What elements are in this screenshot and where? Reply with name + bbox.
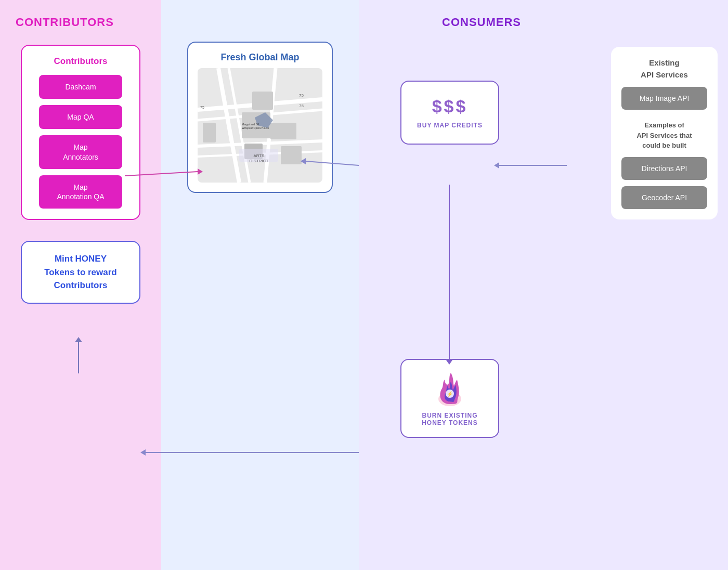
svg-rect-12 (270, 123, 296, 139)
arrow-up-head (75, 337, 82, 342)
fresh-map-title: Fresh Global Map (220, 52, 299, 63)
burn-tokens-box: ⚡ BURN EXISTINGHONEY TOKENS (400, 359, 499, 438)
consumers-title: CONSUMERS (442, 16, 521, 29)
api-services-box: ExistingAPI Services Map Image API Examp… (611, 47, 718, 219)
map-annotators-button[interactable]: MapAnnotators (39, 135, 122, 169)
contributors-title: CONTRIBUTORS (16, 16, 114, 29)
svg-text:⚡: ⚡ (447, 391, 453, 397)
map-thumbnail: ARTS DISTRICT Margot and Bill Winspear O… (198, 68, 322, 183)
flame-icon: ⚡ (434, 370, 465, 407)
svg-text:75: 75 (299, 93, 304, 98)
buy-credits-label: BUY MAP CREDITS (417, 122, 483, 129)
dollar-signs: $$$ (432, 96, 468, 116)
svg-rect-10 (252, 92, 273, 110)
map-qa-button[interactable]: Map QA (39, 105, 122, 129)
svg-text:Margot and Bill: Margot and Bill (242, 123, 259, 126)
mint-box: Mint HONEYTokens to rewardContributors (21, 241, 140, 304)
directions-api-btn[interactable]: Directions API (621, 157, 707, 180)
down-arrow-line (449, 185, 450, 361)
svg-text:75: 75 (200, 106, 204, 109)
fresh-map-box: Fresh Global Map (187, 42, 333, 193)
api-examples-title: Examples ofAPI Services thatcould be bui… (636, 120, 692, 151)
contributors-box-title: Contributors (54, 56, 108, 67)
mint-text: Mint HONEYTokens to rewardContributors (44, 252, 117, 292)
buy-credits-box: $$$ BUY MAP CREDITS (400, 81, 499, 145)
middle-panel: Fresh Global Map (161, 0, 359, 570)
svg-rect-9 (203, 123, 216, 142)
svg-text:Winspear Opera House: Winspear Opera House (242, 126, 269, 129)
svg-text:ARTS: ARTS (253, 153, 264, 158)
arrow-up-line (78, 341, 79, 373)
svg-text:DISTRICT: DISTRICT (250, 159, 269, 163)
burn-tokens-label: BURN EXISTINGHONEY TOKENS (422, 412, 478, 426)
map-annotation-qa-button[interactable]: MapAnnotation QA (39, 175, 122, 209)
svg-text:75: 75 (299, 103, 304, 108)
contributors-panel: CONTRIBUTORS Contributors Dashcam Map QA… (0, 0, 161, 570)
geocoder-api-btn[interactable]: Geocoder API (621, 186, 707, 209)
consumers-panel: CONSUMERS $$$ BUY MAP CREDITS ⚡ BURN EXI… (359, 0, 728, 570)
api-services-title: ExistingAPI Services (641, 57, 688, 81)
svg-rect-13 (281, 146, 302, 164)
down-arrow-head (446, 359, 453, 365)
dashcam-button[interactable]: Dashcam (39, 75, 122, 99)
map-image-api-btn[interactable]: Map Image API (621, 87, 707, 110)
contributors-box: Contributors Dashcam Map QA MapAnnotator… (21, 45, 140, 220)
